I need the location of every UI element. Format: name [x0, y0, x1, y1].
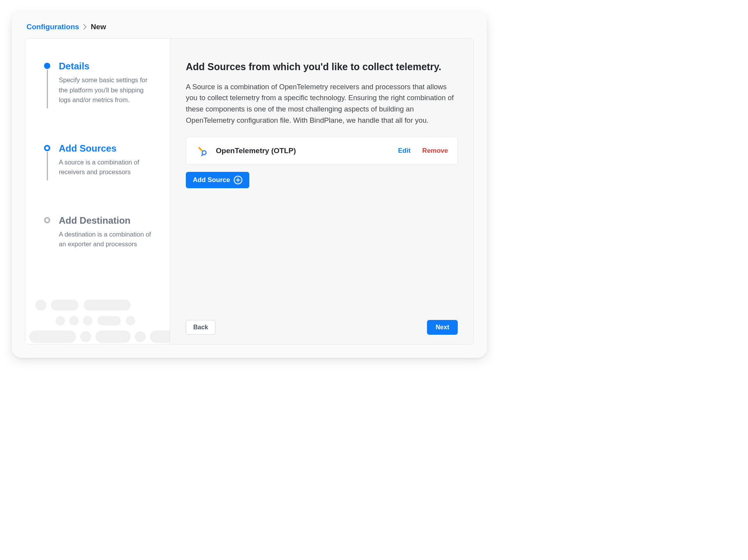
step-desc: A destination is a combination of an exp…: [59, 230, 153, 249]
add-source-label: Add Source: [193, 176, 230, 184]
wizard-panel: Details Specify some basic settings for …: [25, 38, 474, 344]
step-desc: A source is a combination of receivers a…: [59, 157, 153, 177]
step-title: Add Sources: [59, 143, 153, 154]
step-title: Details: [59, 60, 153, 72]
page-title: Add Sources from which you'd like to col…: [186, 60, 458, 74]
page-description: A Source is a combination of OpenTelemet…: [186, 81, 458, 126]
step-title: Add Destination: [59, 215, 153, 226]
step-dot-current-icon: [44, 145, 50, 151]
steps-sidebar: Details Specify some basic settings for …: [25, 39, 170, 344]
chevron-right-icon: [83, 24, 87, 30]
opentelemetry-icon: [196, 144, 209, 157]
main-content: Add Sources from which you'd like to col…: [170, 39, 473, 344]
step-dot-future-icon: [44, 217, 50, 223]
svg-rect-13: [198, 147, 203, 152]
step-details[interactable]: Details Specify some basic settings for …: [42, 60, 153, 143]
plus-circle-icon: [234, 176, 242, 184]
step-add-sources[interactable]: Add Sources A source is a combination of…: [42, 143, 153, 215]
breadcrumb-configurations[interactable]: Configurations: [26, 23, 79, 31]
breadcrumb: Configurations New: [25, 23, 474, 31]
step-desc: Specify some basic settings for the plat…: [59, 75, 153, 105]
breadcrumb-current: New: [91, 23, 106, 31]
remove-source-link[interactable]: Remove: [422, 147, 448, 155]
source-name: OpenTelemetry (OTLP): [216, 147, 398, 155]
step-add-destination[interactable]: Add Destination A destination is a combi…: [42, 215, 153, 249]
step-dot-complete-icon: [44, 63, 50, 69]
back-button[interactable]: Back: [186, 320, 215, 335]
edit-source-link[interactable]: Edit: [398, 147, 411, 155]
wizard-card: Configurations New Details Specify: [12, 12, 487, 358]
wizard-footer: Back Next: [186, 312, 458, 335]
add-source-button[interactable]: Add Source: [186, 172, 249, 188]
next-button[interactable]: Next: [427, 320, 458, 335]
source-row: OpenTelemetry (OTLP) Edit Remove: [186, 137, 458, 165]
